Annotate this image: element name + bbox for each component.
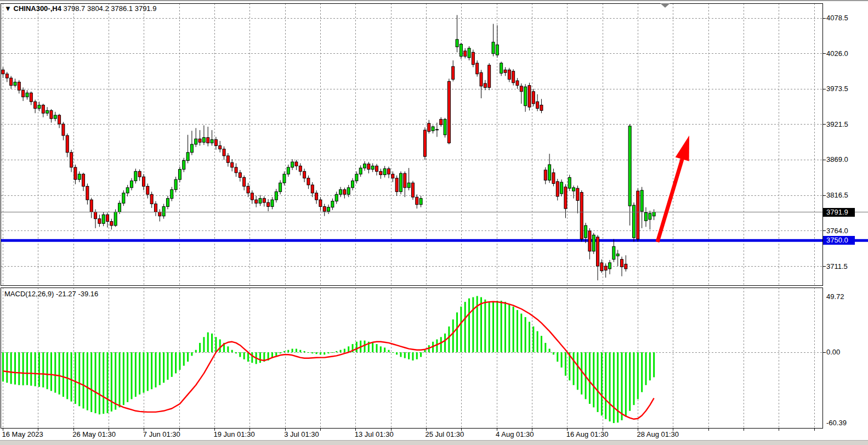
macd-histogram-bar [541,336,542,352]
trend-arrow-shaft[interactable] [657,156,683,242]
trend-arrow-head[interactable] [676,136,689,161]
candle-bearish [86,186,89,200]
candle-bearish [142,177,145,186]
candle-bearish [18,82,20,91]
candle-bullish [592,235,595,251]
macd-histogram-bar [496,301,498,352]
macd-histogram-bar [304,351,305,352]
macd-histogram-bar [332,352,333,353]
macd-histogram-bar [392,352,394,353]
candle-bullish [279,183,282,191]
candle-bullish [186,153,189,161]
candle-bullish [174,179,177,189]
scroll-marker-icon[interactable] [660,3,670,8]
macd-histogram-bar [231,350,233,352]
candle-bullish [14,82,16,86]
macd-histogram-bar [103,352,104,414]
candle-bearish [198,139,201,142]
candle-bearish [263,199,265,202]
candle-bullish [456,40,458,47]
macd-histogram-bar [649,352,651,380]
candle-bearish [376,166,378,171]
macd-histogram-bar [78,352,80,406]
macd-histogram-bar [396,352,398,354]
price-axis-label: 3711.5 [826,262,865,271]
candle-bullish [644,213,647,221]
time-axis-label: 25 Jul 01:30 [425,430,464,439]
candle-bullish [612,246,615,259]
candle-bullish [335,194,338,201]
macd-histogram-bar [66,352,68,399]
candle-bearish [255,200,258,203]
macd-histogram-bar [115,352,116,410]
candle-bearish [154,204,157,212]
macd-histogram-bar [581,352,582,395]
macd-histogram-bar [609,352,611,421]
candle-bullish [190,144,193,153]
candle-bullish [432,127,434,131]
candle-bearish [472,52,474,64]
macd-histogram-bar [400,352,401,357]
candle-bullish [275,191,277,200]
macd-histogram-bar [613,352,615,423]
candle-bearish [528,86,531,107]
candle-bullish [114,212,117,226]
macd-histogram-bar [287,350,289,352]
price-axis-label: 3921.5 [826,120,865,129]
candle-bullish [492,42,495,54]
macd-histogram-bar [207,333,209,352]
candle-bearish [319,200,322,206]
macd-histogram-bar [553,352,554,354]
candle-bullish [355,174,358,181]
candle-bullish [364,164,366,168]
time-axis-label: 7 Jun 01:30 [143,430,180,439]
candle-bullish [419,199,422,205]
candle-bearish [452,66,455,79]
macd-histogram-bar [42,352,44,387]
candle-bullish [195,139,197,144]
candle-bearish [303,171,306,178]
candle-bullish [331,201,334,207]
candle-bearish [207,138,209,143]
candle-bullish [211,139,213,143]
macd-histogram-bar [641,352,643,392]
macd-histogram-bar [621,352,623,420]
hline-price-badge: 3750.0 [823,236,855,245]
candle-bullish [585,226,587,238]
macd-histogram-bar [139,352,140,395]
candle-bearish [110,222,113,226]
candle-bearish [423,130,426,156]
macd-histogram-bar [653,352,655,377]
macd-histogram-bar [484,300,486,352]
candle-bullish [178,170,181,179]
candle-bullish [496,45,498,55]
chart-canvas[interactable] [0,0,868,445]
macd-signal-line [3,302,654,419]
candle-bullish [640,190,643,211]
macd-histogram-bar [26,352,28,385]
candle-bearish [476,63,479,74]
candle-bearish [544,170,547,180]
macd-histogram-bar [211,334,213,352]
candle-bullish [371,166,374,169]
candle-bearish [22,90,25,97]
candle-bearish [66,136,69,153]
macd-histogram-bar [565,352,566,376]
main-panel-border [1,3,822,285]
candle-bullish [359,168,362,174]
macd-histogram-bar [532,326,534,352]
macd-histogram-bar [143,352,144,393]
candle-bearish [621,260,623,267]
candle-bearish [146,186,149,194]
candle-bullish [609,263,611,269]
candle-bullish [122,193,125,203]
macd-histogram-bar [227,346,229,352]
candle-bearish [520,86,523,92]
candle-bearish [637,191,639,239]
macd-histogram-bar [155,352,156,387]
macd-axis-label: 49.72 [826,292,865,301]
candle-bearish [552,173,555,184]
macd-histogram-bar [151,352,152,389]
candle-bearish [138,171,141,177]
candle-bearish [299,166,302,171]
